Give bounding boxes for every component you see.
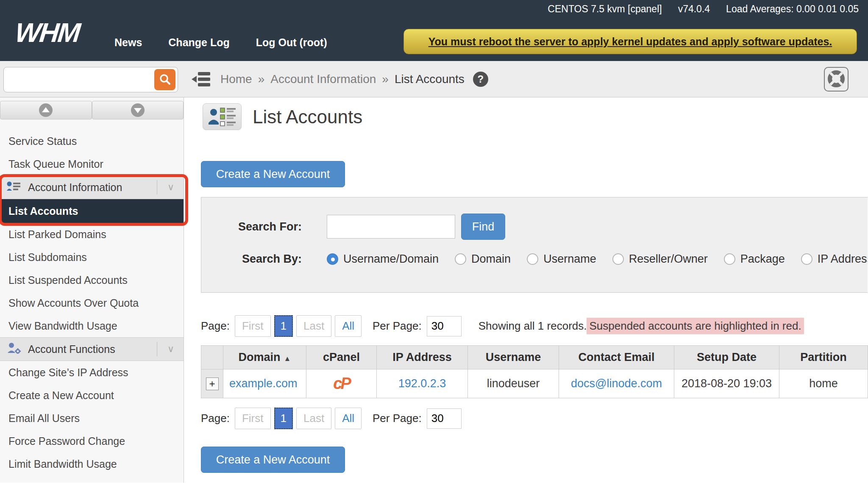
search-by-row: Search By: Username/Domain Domain Userna…	[201, 253, 868, 266]
system-info: CENTOS 7.5 kvm [cpanel]v74.0.4Load Avera…	[531, 3, 859, 15]
whm-logo: WHM	[14, 17, 81, 48]
username-cell: linodeuser	[468, 369, 559, 398]
radio-domain[interactable]: Domain	[455, 253, 511, 266]
table-header-row: Domain▲ cPanel IP Address Username Conta…	[201, 346, 868, 369]
sidebar-item-email-all-users[interactable]: Email All Users	[0, 407, 184, 430]
search-icon	[159, 73, 171, 87]
sidebar-item-force-password-change[interactable]: Force Password Change	[0, 430, 184, 452]
scroll-up-button[interactable]	[0, 101, 92, 119]
radio-icon[interactable]	[527, 253, 538, 265]
radio-username[interactable]: Username	[527, 253, 596, 266]
partition-cell: home	[779, 369, 868, 398]
ip-address-link[interactable]: 192.0.2.3	[398, 377, 446, 390]
current-page-button[interactable]: 1	[274, 408, 293, 429]
records-count-text: Showing all 1 records.	[479, 319, 587, 333]
breadcrumb-home[interactable]: Home	[220, 72, 252, 86]
list-accounts-icon	[203, 103, 242, 130]
radio-icon[interactable]	[724, 253, 735, 265]
account-information-icon	[7, 180, 21, 194]
sidebar-search-button[interactable]	[154, 69, 175, 90]
arrow-up-icon	[39, 103, 53, 117]
current-page-button[interactable]: 1	[274, 315, 293, 337]
column-header-cpanel[interactable]: cPanel	[306, 346, 377, 369]
sort-ascending-icon: ▲	[284, 355, 291, 363]
first-page-button[interactable]: First	[235, 315, 271, 337]
sidebar-item-list-subdomains[interactable]: List Subdomains	[0, 246, 184, 269]
account-functions-icon	[7, 342, 21, 356]
sidebar-item-view-bandwidth-usage[interactable]: View Bandwidth Usage	[0, 314, 184, 337]
radio-package[interactable]: Package	[724, 253, 785, 266]
last-page-button[interactable]: Last	[296, 408, 331, 429]
sidebar-item-service-status[interactable]: Service Status	[0, 130, 184, 153]
main-content: List Accounts Create a New Account Searc…	[184, 97, 868, 483]
load-averages: Load Averages: 0.00 0.01 0.05	[726, 3, 859, 14]
column-header-partition[interactable]: Partition	[779, 346, 868, 369]
sidebar-item-create-a-new-account[interactable]: Create a New Account	[0, 384, 184, 407]
create-new-account-button-top[interactable]: Create a New Account	[201, 161, 345, 187]
search-for-label: Search For:	[201, 220, 302, 233]
reboot-warning-banner[interactable]: You must reboot the server to apply kern…	[403, 29, 857, 54]
search-by-options: Username/Domain Domain Username Reseller…	[327, 253, 868, 266]
first-page-button[interactable]: First	[235, 408, 271, 429]
sidebar-item-list-suspended-accounts[interactable]: List Suspended Accounts	[0, 269, 184, 291]
column-header-ip-address[interactable]: IP Address	[377, 346, 468, 369]
radio-ip-address[interactable]: IP Address	[801, 253, 868, 266]
radio-selected-icon[interactable]	[327, 253, 338, 265]
help-icon[interactable]: ?	[473, 72, 488, 87]
sidebar-search-input[interactable]	[8, 69, 148, 90]
sidebar-item-list-parked-domains[interactable]: List Parked Domains	[0, 223, 184, 246]
contact-email-link[interactable]: docs@linode.com	[571, 377, 662, 390]
sidebar-item-show-accounts-over-quota[interactable]: Show Accounts Over Quota	[0, 291, 184, 314]
sidebar: Service Status Task Queue Monitor Accoun…	[0, 97, 184, 483]
collapse-sidebar-icon[interactable]	[192, 71, 211, 89]
column-header-setup-date[interactable]: Setup Date	[674, 346, 779, 369]
radio-icon[interactable]	[801, 253, 812, 265]
nav-log-out[interactable]: Log Out (root)	[256, 36, 327, 49]
per-page-label: Per Page:	[373, 319, 422, 333]
create-new-account-button-bottom[interactable]: Create a New Account	[201, 447, 345, 473]
accounts-table: Domain▲ cPanel IP Address Username Conta…	[201, 345, 868, 398]
find-button[interactable]: Find	[461, 214, 505, 240]
chevron-down-icon[interactable]: ∨	[164, 182, 178, 193]
scroll-down-button[interactable]	[92, 101, 184, 119]
sidebar-group-account-functions[interactable]: Account Functions ∨	[0, 337, 184, 361]
radio-icon[interactable]	[455, 253, 466, 265]
life-ring-icon	[827, 69, 846, 89]
all-pages-button[interactable]: All	[335, 408, 362, 429]
sidebar-search-box	[3, 67, 178, 92]
expand-cell: +	[201, 369, 223, 398]
nav-news[interactable]: News	[114, 36, 142, 49]
top-header: CENTOS 7.5 kvm [cpanel]v74.0.4Load Avera…	[0, 0, 868, 61]
radio-icon[interactable]	[612, 253, 624, 265]
last-page-button[interactable]: Last	[296, 315, 331, 337]
sidebar-group-account-information[interactable]: Account Information ∨	[0, 175, 184, 199]
nav-change-log[interactable]: Change Log	[168, 36, 229, 49]
pagination-top: Page: First 1 Last All Per Page: Showing…	[201, 315, 804, 337]
sidebar-item-list-accounts[interactable]: List Accounts	[0, 199, 184, 223]
chevron-down-icon[interactable]: ∨	[164, 344, 178, 355]
breadcrumb-account-information[interactable]: Account Information	[270, 72, 376, 86]
per-page-input[interactable]	[427, 316, 462, 336]
sidebar-item-change-sites-ip-address[interactable]: Change Site’s IP Address	[0, 361, 184, 384]
search-input[interactable]	[327, 215, 455, 239]
column-header-domain[interactable]: Domain▲	[223, 346, 306, 369]
column-header-username[interactable]: Username	[468, 346, 559, 369]
cpanel-logo-icon[interactable]: cP	[333, 375, 349, 392]
radio-reseller-owner[interactable]: Reseller/Owner	[612, 253, 708, 266]
support-button[interactable]	[824, 67, 849, 92]
sidebar-scroll-controls	[0, 101, 184, 119]
column-header-contact-email[interactable]: Contact Email	[559, 346, 674, 369]
all-pages-button[interactable]: All	[335, 315, 362, 337]
ip-cell: 192.0.2.3	[377, 369, 468, 398]
per-page-label: Per Page:	[373, 412, 422, 425]
radio-username-domain[interactable]: Username/Domain	[327, 253, 439, 266]
subheader: Home » Account Information » List Accoun…	[0, 61, 868, 97]
domain-link[interactable]: example.com	[229, 377, 298, 390]
expand-row-button[interactable]: +	[206, 378, 219, 390]
sidebar-item-task-queue-monitor[interactable]: Task Queue Monitor	[0, 153, 184, 175]
breadcrumb: Home » Account Information » List Accoun…	[220, 61, 488, 97]
search-for-row: Search For: Find	[201, 214, 505, 240]
top-nav: News Change Log Log Out (root)	[114, 36, 327, 49]
sidebar-item-limit-bandwidth-usage[interactable]: Limit Bandwidth Usage	[0, 452, 184, 475]
per-page-input[interactable]	[427, 408, 462, 429]
